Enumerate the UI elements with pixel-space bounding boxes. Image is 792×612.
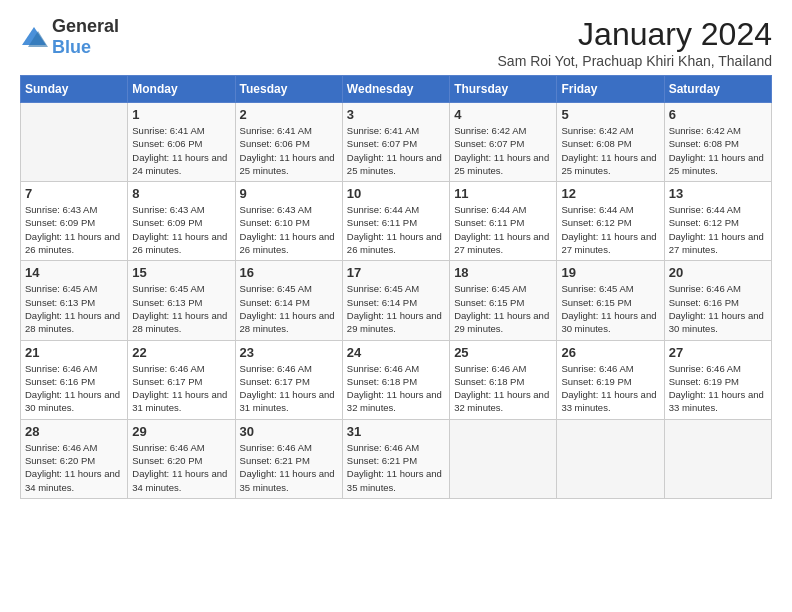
calendar-cell: 16Sunrise: 6:45 AMSunset: 6:14 PMDayligh… — [235, 261, 342, 340]
calendar-cell: 1Sunrise: 6:41 AMSunset: 6:06 PMDaylight… — [128, 103, 235, 182]
cell-info: Sunrise: 6:41 AMSunset: 6:06 PMDaylight:… — [132, 124, 230, 177]
cell-info: Sunrise: 6:45 AMSunset: 6:14 PMDaylight:… — [347, 282, 445, 335]
calendar-cell: 24Sunrise: 6:46 AMSunset: 6:18 PMDayligh… — [342, 340, 449, 419]
week-row-1: 1Sunrise: 6:41 AMSunset: 6:06 PMDaylight… — [21, 103, 772, 182]
cell-info: Sunrise: 6:44 AMSunset: 6:11 PMDaylight:… — [347, 203, 445, 256]
day-number: 27 — [669, 345, 767, 360]
cell-info: Sunrise: 6:45 AMSunset: 6:13 PMDaylight:… — [25, 282, 123, 335]
calendar-cell — [21, 103, 128, 182]
day-number: 11 — [454, 186, 552, 201]
day-number: 12 — [561, 186, 659, 201]
weekday-header-monday: Monday — [128, 76, 235, 103]
cell-info: Sunrise: 6:46 AMSunset: 6:18 PMDaylight:… — [347, 362, 445, 415]
weekday-header-row: SundayMondayTuesdayWednesdayThursdayFrid… — [21, 76, 772, 103]
header: General Blue January 2024 Sam Roi Yot, P… — [20, 16, 772, 69]
calendar-cell: 8Sunrise: 6:43 AMSunset: 6:09 PMDaylight… — [128, 182, 235, 261]
cell-info: Sunrise: 6:41 AMSunset: 6:07 PMDaylight:… — [347, 124, 445, 177]
cell-info: Sunrise: 6:44 AMSunset: 6:12 PMDaylight:… — [561, 203, 659, 256]
logo-blue: Blue — [52, 37, 91, 57]
day-number: 19 — [561, 265, 659, 280]
day-number: 29 — [132, 424, 230, 439]
day-number: 8 — [132, 186, 230, 201]
calendar-table: SundayMondayTuesdayWednesdayThursdayFrid… — [20, 75, 772, 499]
logo-icon — [20, 25, 48, 49]
cell-info: Sunrise: 6:46 AMSunset: 6:20 PMDaylight:… — [25, 441, 123, 494]
calendar-cell: 2Sunrise: 6:41 AMSunset: 6:06 PMDaylight… — [235, 103, 342, 182]
cell-info: Sunrise: 6:46 AMSunset: 6:20 PMDaylight:… — [132, 441, 230, 494]
calendar-cell: 22Sunrise: 6:46 AMSunset: 6:17 PMDayligh… — [128, 340, 235, 419]
day-number: 18 — [454, 265, 552, 280]
calendar-cell — [664, 419, 771, 498]
calendar-cell: 20Sunrise: 6:46 AMSunset: 6:16 PMDayligh… — [664, 261, 771, 340]
cell-info: Sunrise: 6:46 AMSunset: 6:16 PMDaylight:… — [669, 282, 767, 335]
calendar-cell: 31Sunrise: 6:46 AMSunset: 6:21 PMDayligh… — [342, 419, 449, 498]
cell-info: Sunrise: 6:46 AMSunset: 6:21 PMDaylight:… — [347, 441, 445, 494]
day-number: 9 — [240, 186, 338, 201]
calendar-cell: 21Sunrise: 6:46 AMSunset: 6:16 PMDayligh… — [21, 340, 128, 419]
calendar-cell: 15Sunrise: 6:45 AMSunset: 6:13 PMDayligh… — [128, 261, 235, 340]
day-number: 2 — [240, 107, 338, 122]
day-number: 20 — [669, 265, 767, 280]
day-number: 1 — [132, 107, 230, 122]
cell-info: Sunrise: 6:46 AMSunset: 6:16 PMDaylight:… — [25, 362, 123, 415]
day-number: 26 — [561, 345, 659, 360]
week-row-3: 14Sunrise: 6:45 AMSunset: 6:13 PMDayligh… — [21, 261, 772, 340]
week-row-4: 21Sunrise: 6:46 AMSunset: 6:16 PMDayligh… — [21, 340, 772, 419]
cell-info: Sunrise: 6:43 AMSunset: 6:10 PMDaylight:… — [240, 203, 338, 256]
weekday-header-wednesday: Wednesday — [342, 76, 449, 103]
cell-info: Sunrise: 6:46 AMSunset: 6:18 PMDaylight:… — [454, 362, 552, 415]
calendar-cell: 10Sunrise: 6:44 AMSunset: 6:11 PMDayligh… — [342, 182, 449, 261]
calendar-cell: 9Sunrise: 6:43 AMSunset: 6:10 PMDaylight… — [235, 182, 342, 261]
day-number: 4 — [454, 107, 552, 122]
cell-info: Sunrise: 6:44 AMSunset: 6:12 PMDaylight:… — [669, 203, 767, 256]
day-number: 22 — [132, 345, 230, 360]
calendar-cell: 3Sunrise: 6:41 AMSunset: 6:07 PMDaylight… — [342, 103, 449, 182]
day-number: 10 — [347, 186, 445, 201]
cell-info: Sunrise: 6:45 AMSunset: 6:14 PMDaylight:… — [240, 282, 338, 335]
cell-info: Sunrise: 6:42 AMSunset: 6:08 PMDaylight:… — [669, 124, 767, 177]
month-title: January 2024 — [498, 16, 772, 53]
logo-general: General — [52, 16, 119, 36]
cell-info: Sunrise: 6:46 AMSunset: 6:19 PMDaylight:… — [561, 362, 659, 415]
calendar-cell — [450, 419, 557, 498]
calendar-cell: 7Sunrise: 6:43 AMSunset: 6:09 PMDaylight… — [21, 182, 128, 261]
day-number: 16 — [240, 265, 338, 280]
day-number: 23 — [240, 345, 338, 360]
week-row-2: 7Sunrise: 6:43 AMSunset: 6:09 PMDaylight… — [21, 182, 772, 261]
day-number: 17 — [347, 265, 445, 280]
calendar-cell: 11Sunrise: 6:44 AMSunset: 6:11 PMDayligh… — [450, 182, 557, 261]
calendar-cell: 13Sunrise: 6:44 AMSunset: 6:12 PMDayligh… — [664, 182, 771, 261]
day-number: 21 — [25, 345, 123, 360]
day-number: 3 — [347, 107, 445, 122]
cell-info: Sunrise: 6:46 AMSunset: 6:21 PMDaylight:… — [240, 441, 338, 494]
cell-info: Sunrise: 6:45 AMSunset: 6:15 PMDaylight:… — [561, 282, 659, 335]
day-number: 5 — [561, 107, 659, 122]
cell-info: Sunrise: 6:43 AMSunset: 6:09 PMDaylight:… — [132, 203, 230, 256]
calendar-cell: 14Sunrise: 6:45 AMSunset: 6:13 PMDayligh… — [21, 261, 128, 340]
calendar-cell: 5Sunrise: 6:42 AMSunset: 6:08 PMDaylight… — [557, 103, 664, 182]
calendar-cell: 12Sunrise: 6:44 AMSunset: 6:12 PMDayligh… — [557, 182, 664, 261]
day-number: 15 — [132, 265, 230, 280]
cell-info: Sunrise: 6:41 AMSunset: 6:06 PMDaylight:… — [240, 124, 338, 177]
cell-info: Sunrise: 6:43 AMSunset: 6:09 PMDaylight:… — [25, 203, 123, 256]
logo: General Blue — [20, 16, 119, 58]
day-number: 25 — [454, 345, 552, 360]
day-number: 7 — [25, 186, 123, 201]
cell-info: Sunrise: 6:46 AMSunset: 6:17 PMDaylight:… — [240, 362, 338, 415]
title-area: January 2024 Sam Roi Yot, Prachuap Khiri… — [498, 16, 772, 69]
calendar-cell: 28Sunrise: 6:46 AMSunset: 6:20 PMDayligh… — [21, 419, 128, 498]
weekday-header-saturday: Saturday — [664, 76, 771, 103]
week-row-5: 28Sunrise: 6:46 AMSunset: 6:20 PMDayligh… — [21, 419, 772, 498]
day-number: 24 — [347, 345, 445, 360]
calendar-cell: 23Sunrise: 6:46 AMSunset: 6:17 PMDayligh… — [235, 340, 342, 419]
weekday-header-friday: Friday — [557, 76, 664, 103]
cell-info: Sunrise: 6:42 AMSunset: 6:07 PMDaylight:… — [454, 124, 552, 177]
calendar-cell: 30Sunrise: 6:46 AMSunset: 6:21 PMDayligh… — [235, 419, 342, 498]
day-number: 28 — [25, 424, 123, 439]
cell-info: Sunrise: 6:46 AMSunset: 6:17 PMDaylight:… — [132, 362, 230, 415]
calendar-cell: 6Sunrise: 6:42 AMSunset: 6:08 PMDaylight… — [664, 103, 771, 182]
calendar-cell: 26Sunrise: 6:46 AMSunset: 6:19 PMDayligh… — [557, 340, 664, 419]
logo-text: General Blue — [52, 16, 119, 58]
calendar-cell — [557, 419, 664, 498]
day-number: 14 — [25, 265, 123, 280]
